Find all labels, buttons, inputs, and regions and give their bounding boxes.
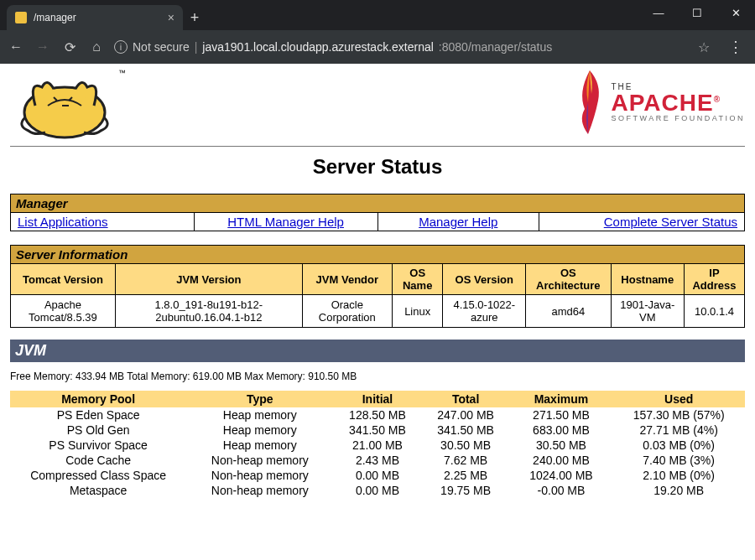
cell-type: Non-heap memory — [186, 468, 333, 483]
window-close-button[interactable]: ✕ — [716, 0, 755, 25]
col-maximum: Maximum — [510, 391, 613, 407]
cell-initial: 21.00 MB — [333, 438, 421, 453]
site-info-icon[interactable]: i — [114, 40, 128, 54]
col-used: Used — [612, 391, 745, 407]
cell-max: 240.00 MB — [510, 453, 613, 468]
cell-total: 7.62 MB — [422, 453, 510, 468]
manager-heading: Manager — [11, 194, 745, 213]
table-row: PS Survivor SpaceHeap memory21.00 MB30.5… — [10, 438, 745, 453]
val-os-arch: amd64 — [526, 295, 611, 328]
cell-initial: 0.00 MB — [333, 468, 421, 483]
home-button[interactable]: ⌂ — [87, 39, 106, 54]
forward-button[interactable]: → — [34, 39, 52, 54]
cell-initial: 0.00 MB — [333, 483, 421, 498]
back-button[interactable]: ← — [7, 39, 25, 54]
cell-used: 2.10 MB (0%) — [612, 468, 745, 483]
cell-pool: Code Cache — [10, 453, 186, 468]
cell-used: 19.20 MB — [612, 483, 745, 498]
feather-icon — [573, 69, 607, 136]
cell-type: Heap memory — [186, 438, 333, 453]
window-minimize-button[interactable]: — — [639, 0, 678, 25]
col-total: Total — [422, 391, 510, 407]
col-tomcat-version: Tomcat Version — [11, 264, 116, 295]
cell-pool: Compressed Class Space — [10, 468, 186, 483]
list-applications-link[interactable]: List Applications — [18, 215, 108, 229]
cell-type: Heap memory — [186, 423, 333, 438]
cell-max: 1024.00 MB — [510, 468, 613, 483]
cell-total: 247.00 MB — [422, 407, 510, 423]
favicon-icon — [15, 12, 27, 23]
apache-foundation-label: SOFTWARE FOUNDATION — [612, 115, 746, 122]
cell-initial: 128.50 MB — [333, 407, 421, 423]
address-bar: ← → ⟳ ⌂ i Not secure | java1901.local.cl… — [0, 30, 755, 64]
table-row: PS Old GenHeap memory341.50 MB341.50 MB6… — [10, 423, 745, 438]
cell-pool: PS Survivor Space — [10, 438, 186, 453]
cell-max: -0.00 MB — [510, 483, 613, 498]
cell-total: 341.50 MB — [422, 423, 510, 438]
cell-used: 0.03 MB (0%) — [612, 438, 745, 453]
col-initial: Initial — [333, 391, 421, 407]
cell-used: 27.71 MB (4%) — [612, 423, 745, 438]
cell-pool: PS Old Gen — [10, 423, 186, 438]
cell-max: 271.50 MB — [510, 407, 613, 423]
table-row: PS Eden SpaceHeap memory128.50 MB247.00 … — [10, 407, 745, 423]
cell-total: 19.75 MB — [422, 483, 510, 498]
val-jvm-vendor: Oracle Corporation — [302, 295, 392, 328]
col-os-version: OS Version — [443, 264, 526, 295]
tab-strip: /manager × + — [7, 5, 206, 30]
table-row: MetaspaceNon-heap memory0.00 MB19.75 MB-… — [10, 483, 745, 498]
cell-total: 30.50 MB — [422, 438, 510, 453]
col-ip: IP Address — [684, 264, 744, 295]
jvm-section-heading: JVM — [10, 340, 745, 362]
cell-total: 2.25 MB — [422, 468, 510, 483]
bookmark-star-icon[interactable]: ☆ — [698, 39, 710, 55]
manager-help-link[interactable]: Manager Help — [419, 215, 497, 229]
new-tab-button[interactable]: + — [183, 6, 206, 29]
cell-type: Non-heap memory — [186, 483, 333, 498]
val-jvm-version: 1.8.0_191-8u191-b12-2ubuntu0.16.04.1-b12 — [115, 295, 302, 328]
cell-used: 157.30 MB (57%) — [612, 407, 745, 423]
url-path: :8080/manager/status — [439, 40, 552, 54]
cell-pool: Metaspace — [10, 483, 186, 498]
cell-initial: 2.43 MB — [333, 453, 421, 468]
html-manager-help-link[interactable]: HTML Manager Help — [227, 215, 344, 229]
not-secure-label: Not secure — [133, 40, 190, 54]
tab-close-button[interactable]: × — [168, 11, 174, 24]
val-hostname: 1901-Java-VM — [611, 295, 684, 328]
server-info-heading: Server Information — [11, 246, 745, 264]
col-memory-pool: Memory Pool — [10, 391, 186, 407]
server-information-table: Server Information Tomcat Version JVM Ve… — [10, 245, 745, 328]
browser-tab[interactable]: /manager × — [7, 5, 183, 30]
cell-type: Heap memory — [186, 407, 333, 423]
col-os-arch: OS Architecture — [526, 264, 611, 295]
col-os-name: OS Name — [392, 264, 443, 295]
tomcat-logo-icon: ™ — [10, 69, 119, 141]
col-hostname: Hostname — [611, 264, 684, 295]
val-os-version: 4.15.0-1022-azure — [443, 295, 526, 328]
apache-name-label: APACHE® — [612, 91, 746, 115]
manager-links-table: Manager List Applications HTML Manager H… — [10, 194, 745, 231]
cell-type: Non-heap memory — [186, 453, 333, 468]
val-tomcat-version: Apache Tomcat/8.5.39 — [11, 295, 116, 328]
table-row: Compressed Class SpaceNon-heap memory0.0… — [10, 468, 745, 483]
url-input[interactable]: i Not secure | java1901.local.cloudapp.a… — [114, 40, 690, 54]
page-title: Server Status — [10, 155, 745, 179]
col-jvm-vendor: JVM Vendor — [302, 264, 392, 295]
tm-label: ™ — [118, 69, 126, 77]
val-os-name: Linux — [392, 295, 443, 328]
browser-menu-button[interactable]: ⋮ — [728, 38, 743, 56]
reload-button[interactable]: ⟳ — [60, 39, 79, 55]
col-type: Type — [186, 391, 333, 407]
val-ip: 10.0.1.4 — [684, 295, 744, 328]
table-row: Apache Tomcat/8.5.39 1.8.0_191-8u191-b12… — [11, 295, 745, 328]
tab-title: /manager — [34, 12, 76, 23]
page-content: ™ THE APACHE® SOFTWARE FOUNDATION Server… — [0, 64, 755, 560]
cell-used: 7.40 MB (3%) — [612, 453, 745, 468]
window-maximize-button[interactable]: ☐ — [678, 0, 716, 25]
complete-server-status-link[interactable]: Complete Server Status — [604, 215, 737, 229]
memory-pool-table: Memory Pool Type Initial Total Maximum U… — [10, 391, 745, 498]
url-host: java1901.local.cloudapp.azurestack.exter… — [202, 40, 434, 54]
col-jvm-version: JVM Version — [115, 264, 302, 295]
apache-logo: THE APACHE® SOFTWARE FOUNDATION — [573, 69, 746, 136]
cell-initial: 341.50 MB — [333, 423, 421, 438]
